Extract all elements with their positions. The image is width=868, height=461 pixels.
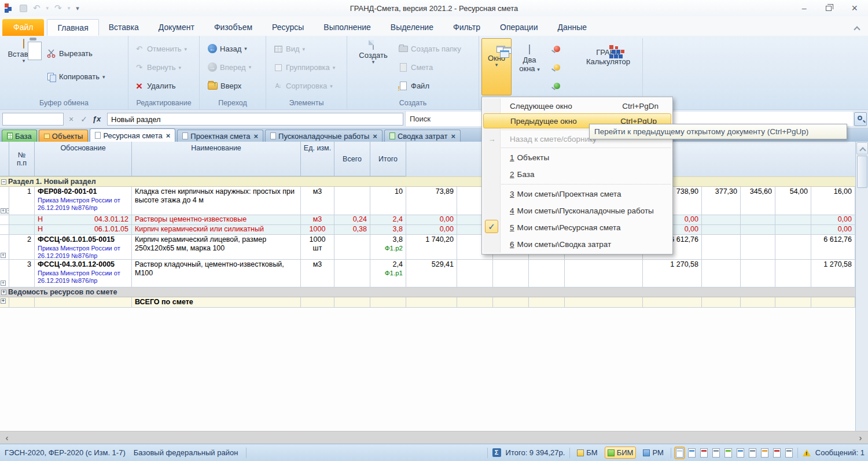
doc-tab-resource-estimate[interactable]: Ресурсная смета×: [90, 128, 175, 142]
back-button[interactable]: ← Назад ▾: [208, 44, 247, 53]
grouping-button[interactable]: Группировка ▾: [273, 62, 335, 72]
pin-green-button[interactable]: [549, 78, 565, 94]
doc-tab-cost-summary[interactable]: Сводка затрат×: [384, 130, 461, 142]
mode-rm-button[interactable]: РМ: [641, 447, 665, 458]
up-button[interactable]: ↑ Вверх: [208, 81, 241, 91]
view-mode-icon[interactable]: [724, 448, 732, 458]
grand-calculator-button[interactable]: ГРАНД Калькулятор: [576, 38, 641, 95]
close-button[interactable]: ×: [851, 4, 858, 12]
doc-tab-base[interactable]: База: [2, 130, 37, 142]
create-folder-button[interactable]: Создать папку: [398, 44, 461, 54]
menu-item-cost-summary[interactable]: 6Мои сметы\Сводка затрат: [482, 236, 672, 253]
view-mode-icon[interactable]: [712, 448, 720, 458]
pin-yellow-button[interactable]: [549, 59, 565, 75]
close-tab-icon[interactable]: ×: [166, 131, 171, 140]
tab-selection[interactable]: Выделение: [381, 19, 443, 36]
tab-data[interactable]: Данные: [548, 19, 597, 36]
restore-button[interactable]: [826, 4, 832, 12]
expand-icon[interactable]: +: [1, 208, 6, 213]
menu-item-project-estimate[interactable]: 3Мои сметы\Проектная смета: [482, 186, 672, 202]
view-mode-icon[interactable]: [737, 448, 744, 458]
view-mode-icon[interactable]: [676, 448, 683, 458]
messages-label[interactable]: Сообщений: 1: [815, 448, 865, 457]
tab-file[interactable]: Файл: [2, 19, 44, 36]
group-clipboard: Вставить ▾ Вырезать Копировать ▾ Буфер о…: [0, 36, 128, 109]
close-tab-icon[interactable]: ×: [451, 132, 455, 141]
section-row[interactable]: − Раздел 1. Новый раздел: [0, 176, 855, 187]
view-button[interactable]: Вид ▾: [273, 44, 305, 54]
tab-execution[interactable]: Выполнение: [314, 19, 380, 36]
cell-reference-input[interactable]: [2, 113, 64, 126]
cancel-entry-icon[interactable]: ×: [65, 113, 77, 126]
table-row[interactable]: + 2 ФССЦ-06.1.01.05-0015Приказ Минстроя …: [0, 235, 855, 260]
pin-red-button[interactable]: [549, 40, 565, 57]
menu-item-resource-estimate[interactable]: ✓ 5Мои сметы\Ресурсная смета: [482, 219, 672, 236]
menu-item-objects[interactable]: 1Объекты: [482, 149, 672, 166]
menu-item-commissioning[interactable]: 4Мои сметы\Пусконаладочные работы: [482, 202, 672, 219]
view-mode-icon[interactable]: [700, 448, 708, 458]
tab-home[interactable]: Главная: [47, 19, 98, 36]
tab-resources[interactable]: Ресурсы: [262, 19, 314, 36]
status-separator: [671, 448, 671, 458]
formula-input[interactable]: [107, 113, 403, 126]
expand-icon[interactable]: +: [1, 253, 6, 258]
expand-icon[interactable]: +: [1, 290, 6, 295]
doc-tab-project-estimate[interactable]: Проектная смета×: [177, 130, 263, 142]
view-mode-icon[interactable]: [773, 448, 781, 458]
sorting-button[interactable]: А↓ Сортировка ▾: [273, 81, 333, 91]
function-icon[interactable]: ƒx: [91, 113, 102, 126]
doc-tab-commissioning[interactable]: Пусконаладочные работы×: [265, 130, 382, 142]
grand-total-row[interactable]: + ВСЕГО по смете: [0, 297, 855, 308]
minimize-button[interactable]: –: [802, 4, 807, 12]
paste-button[interactable]: Вставить ▾: [7, 39, 41, 63]
view-mode-icon[interactable]: [761, 448, 768, 458]
menu-item-next-window[interactable]: Следующее окноCtrl+PgDn: [482, 98, 672, 113]
confirm-entry-icon[interactable]: ✓: [78, 113, 90, 126]
create-file-button[interactable]: ! Файл: [398, 81, 429, 91]
undo-button[interactable]: ↶ Отменить ▾: [134, 44, 187, 54]
doc-tab-objects[interactable]: Объекты: [39, 130, 89, 142]
redo-button[interactable]: ↷ Вернуть ▾: [134, 62, 181, 72]
create-button[interactable]: Создать ▾: [356, 40, 390, 64]
view-mode-icon[interactable]: [785, 448, 793, 458]
window-menu-button[interactable]: Окно ▾: [481, 38, 512, 95]
view-mode-icon[interactable]: [749, 448, 756, 458]
resource-row[interactable]: Н04.3.01.12 Растворы цементно-известковы…: [0, 215, 855, 225]
mode-bim-button[interactable]: БИМ: [605, 447, 637, 459]
delete-button[interactable]: × Удалить: [134, 81, 176, 91]
close-tab-icon[interactable]: ×: [373, 132, 377, 141]
scroll-left-icon[interactable]: ‹: [2, 433, 12, 443]
resource-row[interactable]: Н06.1.01.05 Кирпич керамический или сили…: [0, 225, 855, 235]
resources-list-band[interactable]: + Ведомость ресурсов по смете: [0, 287, 855, 297]
expand-icon[interactable]: +: [6, 208, 9, 213]
horizontal-scrollbar[interactable]: ‹ ›: [0, 431, 868, 444]
cell-per-unit: [334, 260, 370, 287]
tab-document[interactable]: Документ: [149, 19, 204, 36]
cut-button[interactable]: Вырезать: [46, 49, 93, 58]
search-button[interactable]: [854, 112, 867, 126]
copy-button[interactable]: Копировать ▾: [46, 72, 105, 82]
tab-physvolume[interactable]: Физобъем: [204, 19, 262, 36]
scroll-up-icon[interactable]: [856, 142, 868, 154]
create-file-label: Файл: [411, 82, 429, 90]
view-mode-icon[interactable]: [688, 448, 696, 458]
tab-insert[interactable]: Вставка: [99, 19, 149, 36]
table-row[interactable]: ++ 1 ФЕР08-02-001-01Приказ Минстроя Росс…: [0, 187, 855, 215]
expand-icon[interactable]: +: [1, 281, 6, 286]
collapse-section-icon[interactable]: −: [1, 179, 6, 185]
expand-icon[interactable]: +: [1, 298, 6, 304]
header-basis: Обоснование: [35, 142, 132, 176]
tab-filter[interactable]: Фильтр: [443, 19, 490, 36]
forward-button[interactable]: → Вперед ▾: [208, 62, 251, 72]
tab-operations[interactable]: Операции: [490, 19, 548, 36]
table-row[interactable]: + 3 ФССЦ-04.3.01.12-0005Приказ Минстроя …: [0, 260, 855, 287]
vertical-scrollbar-thumb[interactable]: [857, 156, 867, 188]
vertical-scrollbar[interactable]: [855, 142, 868, 431]
menu-item-base[interactable]: 2База: [482, 166, 672, 183]
two-windows-button[interactable]: Два окна ▾: [514, 38, 545, 95]
scroll-right-icon[interactable]: ›: [855, 433, 866, 443]
mode-bm-button[interactable]: БМ: [575, 447, 599, 458]
collapse-ribbon-icon[interactable]: [853, 24, 861, 32]
create-estimate-button[interactable]: Смета: [398, 62, 433, 72]
close-tab-icon[interactable]: ×: [253, 132, 258, 141]
